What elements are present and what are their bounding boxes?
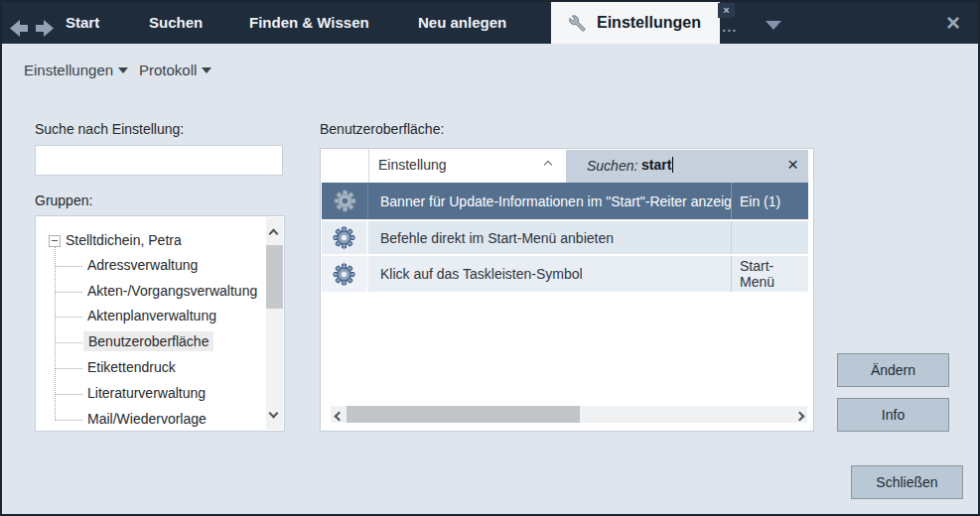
- settings-window: Start Suchen Finden & Wissen Neu anlegen…: [0, 0, 980, 516]
- tab-finden-wissen[interactable]: Finden & Wissen: [249, 2, 369, 44]
- tree-connector: [56, 394, 82, 395]
- tree-item-akten-vorgangsverwaltung[interactable]: Akten-/Vorgangsverwaltung: [87, 283, 257, 299]
- column-header-einstellung[interactable]: Einstellung: [378, 157, 447, 173]
- tab-overflow[interactable]: ...: [722, 18, 738, 35]
- tree-connector: [56, 317, 82, 318]
- tree-scrollbar[interactable]: [266, 217, 283, 430]
- tree-item-adressverwaltung[interactable]: Adressverwaltung: [87, 257, 198, 273]
- search-setting-input[interactable]: [35, 145, 283, 176]
- tab-einstellungen-active[interactable]: Einstellungen: [551, 2, 720, 44]
- gear-icon: [322, 221, 368, 254]
- setting-value: Ein (1): [731, 183, 808, 219]
- horizontal-scrollbar-thumb[interactable]: [347, 406, 580, 423]
- forward-arrow-icon[interactable]: [33, 20, 54, 37]
- setting-name: Klick auf das Taskleisten-Symbol: [368, 266, 731, 282]
- setting-value: Start-Menü: [731, 256, 808, 292]
- back-arrow-icon[interactable]: [10, 20, 31, 37]
- tree-root-user[interactable]: Stelltdichein, Petra: [66, 232, 182, 248]
- settings-panel-title: Benutzeroberfläche:: [320, 121, 444, 137]
- gear-icon: [322, 183, 368, 219]
- table-search-close-icon[interactable]: ×: [787, 154, 798, 176]
- tab-start[interactable]: Start: [66, 2, 99, 44]
- table-row[interactable]: Banner für Update-Informationen im "Star…: [322, 183, 808, 219]
- tab-close-icon[interactable]: ×: [718, 3, 735, 18]
- gear-icon: [322, 256, 368, 292]
- setting-name: Befehle direkt im Start-Menü anbieten: [368, 230, 731, 246]
- tab-neu-anlegen[interactable]: Neu anlegen: [418, 2, 506, 44]
- chevron-down-icon: [118, 67, 128, 73]
- chevron-down-icon: [202, 67, 211, 73]
- table-search-value[interactable]: start: [641, 157, 673, 173]
- setting-value: [731, 221, 808, 254]
- menu-einstellungen-label: Einstellungen: [24, 62, 113, 78]
- menu-einstellungen[interactable]: Einstellungen: [24, 62, 128, 78]
- tree-collapse-icon[interactable]: [49, 235, 61, 247]
- tree-connector: [56, 266, 82, 267]
- tab-bar: Start Suchen Finden & Wissen Neu anlegen…: [2, 2, 978, 44]
- tree-scrollbar-thumb[interactable]: [266, 245, 283, 309]
- scroll-down-icon[interactable]: [270, 403, 277, 421]
- groups-label: Gruppen:: [35, 193, 92, 208]
- horizontal-scrollbar[interactable]: [331, 406, 807, 423]
- tree-item-etikettendruck[interactable]: Etikettendruck: [87, 359, 176, 375]
- tree-connector: [56, 368, 82, 369]
- menu-protokoll-label: Protokoll: [139, 62, 197, 78]
- table-search-box[interactable]: Suchen: start ×: [566, 150, 808, 185]
- column-divider: [368, 149, 369, 183]
- scroll-up-icon[interactable]: [270, 223, 277, 241]
- info-button[interactable]: Info: [837, 398, 949, 432]
- tree-connector: [56, 342, 82, 343]
- tree-item-benutzeroberflaeche[interactable]: Benutzeroberfläche: [83, 331, 213, 351]
- scroll-right-icon[interactable]: [791, 406, 807, 424]
- tab-dropdown-icon[interactable]: [766, 21, 781, 30]
- tree-connector: [56, 420, 82, 421]
- groups-tree: Stelltdichein, Petra Adressverwaltung Ak…: [35, 215, 285, 432]
- menu-protokoll[interactable]: Protokoll: [139, 62, 211, 78]
- active-tab-label: Einstellungen: [597, 14, 701, 32]
- settings-table: Einstellung Suchen: start ×: [320, 148, 814, 432]
- scroll-left-icon[interactable]: [331, 406, 347, 424]
- sort-asc-icon[interactable]: [545, 154, 551, 172]
- tree-item-mail-wiedervorlage[interactable]: Mail/Wiedervorlage: [87, 411, 207, 427]
- aendern-button[interactable]: Ändern: [837, 353, 949, 387]
- table-search-label: Suchen:: [587, 158, 637, 174]
- tree-connector: [56, 292, 82, 293]
- tree-item-aktenplanverwaltung[interactable]: Aktenplanverwaltung: [87, 308, 216, 323]
- table-row[interactable]: Klick auf das Taskleisten-Symbol Start-M…: [322, 256, 808, 292]
- window-close-icon[interactable]: ×: [946, 9, 960, 37]
- schliessen-button[interactable]: Schließen: [851, 465, 963, 499]
- table-row[interactable]: Befehle direkt im Start-Menü anbieten: [322, 221, 808, 254]
- wrench-icon: [565, 12, 587, 34]
- tree-item-literaturverwaltung[interactable]: Literaturverwaltung: [87, 385, 206, 401]
- setting-name: Banner für Update-Informationen im "Star…: [368, 194, 731, 209]
- search-setting-label: Suche nach Einstellung:: [35, 121, 184, 137]
- tab-suchen[interactable]: Suchen: [149, 2, 203, 44]
